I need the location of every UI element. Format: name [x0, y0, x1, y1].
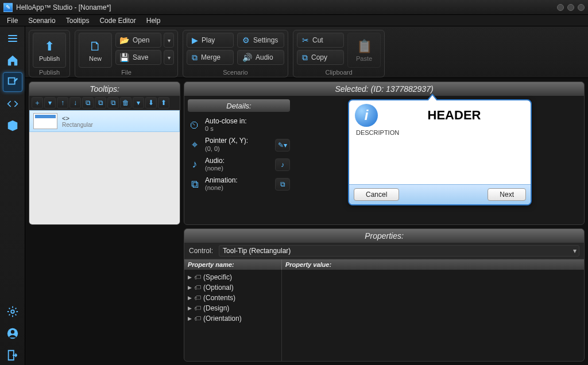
cut-icon: ✂ [302, 36, 309, 45]
settings-icon: ⚙ [242, 36, 250, 45]
control-label: Control: [189, 247, 213, 255]
svg-point-2 [10, 330, 14, 333]
merge-button[interactable]: ⧉Merge [187, 50, 234, 65]
publish-label: Publish [39, 55, 60, 62]
expand-icon: ▶ [188, 274, 192, 280]
prop-node-contents[interactable]: ▶🏷(Contents) [184, 293, 281, 303]
group-label-scenario: Scenario [187, 68, 284, 76]
cut-button[interactable]: ✂Cut [297, 33, 344, 48]
export-button[interactable]: ⬆ [158, 97, 169, 108]
import-button[interactable]: ⬇ [145, 97, 157, 108]
pointer-edit-button[interactable]: ✎▾ [275, 139, 290, 152]
menu-file[interactable]: File [2, 15, 22, 26]
dup-button[interactable]: ⧉ [82, 97, 94, 108]
tooltip-item[interactable]: <> Rectangular [29, 110, 180, 132]
note-icon: ♪ [188, 158, 202, 172]
details-box: Details: ⏲ Auto-close in:0 s ⌖ Pointer (… [184, 96, 293, 221]
sidebar-home-icon[interactable] [3, 51, 22, 70]
delete-button[interactable]: 🗑 [120, 97, 131, 108]
pointer-icon: ⌖ [188, 138, 202, 152]
selected-header: Selected: (ID: 1377882937) [184, 82, 584, 96]
ribbon-group-clipboard: ✂Cut ⧉Copy 📋 Paste Clipboard [293, 30, 385, 77]
clock-icon: ⏲ [188, 118, 202, 132]
dup-alt-button[interactable]: ⧉ [95, 97, 106, 108]
group-label-clipboard: Clipboard [297, 68, 381, 76]
audio-button[interactable]: 🔊Audio [237, 50, 284, 65]
sidebar-user-icon[interactable] [3, 324, 22, 343]
minimize-button[interactable] [557, 4, 564, 11]
menu-scenario[interactable]: Scenario [24, 15, 60, 26]
tag-icon: 🏷 [194, 304, 201, 312]
dup-alt2-button[interactable]: ⧉ [107, 97, 119, 108]
merge-icon: ⧉ [192, 53, 198, 63]
open-dropdown[interactable]: ▾ [164, 33, 174, 48]
detail-auto-close: ⏲ Auto-close in:0 s [184, 115, 293, 135]
tooltip-next-button[interactable]: Next [488, 188, 526, 201]
tooltip-thumb [33, 113, 57, 129]
audio-icon: 🔊 [242, 53, 252, 62]
prop-node-orientation[interactable]: ▶🏷(Orientation) [184, 313, 281, 324]
paste-button[interactable]: 📋 Paste [347, 33, 381, 68]
col-property-name: Property name: [184, 259, 282, 270]
tooltip-header-text: HEADER [384, 108, 525, 123]
paste-icon: 📋 [357, 39, 372, 54]
sidebar-settings-icon[interactable] [3, 302, 22, 321]
tooltip-arrow [427, 94, 438, 100]
prop-node-design[interactable]: ▶🏷(Design) [184, 303, 281, 313]
menu-help[interactable]: Help [142, 15, 165, 26]
col-property-value: Property value: [282, 259, 584, 270]
paste-label: Paste [356, 55, 372, 62]
properties-columns-header: Property name: Property value: [184, 259, 584, 270]
prop-node-specific[interactable]: ▶🏷(Specific) [184, 272, 281, 282]
move-down-button[interactable]: ↓ [69, 97, 81, 108]
menu-tooltips[interactable]: Tooltips [61, 15, 94, 26]
save-dropdown[interactable]: ▾ [164, 50, 174, 65]
tag-icon: 🏷 [194, 273, 201, 281]
maximize-button[interactable] [567, 4, 574, 11]
app-icon: ✎ [3, 3, 13, 12]
tag-icon: 🏷 [194, 284, 201, 292]
ribbon-group-publish: ⬆ Publish Publish [29, 30, 70, 77]
save-icon: 💾 [119, 53, 129, 62]
publish-icon: ⬆ [44, 39, 55, 54]
copy-button[interactable]: ⧉Copy [297, 50, 344, 65]
close-button[interactable] [578, 4, 585, 11]
save-button[interactable]: 💾Save [115, 50, 161, 65]
move-up-button[interactable]: ↑ [57, 97, 68, 108]
play-button[interactable]: ▶Play [187, 33, 234, 48]
properties-tree[interactable]: ▶🏷(Specific) ▶🏷(Optional) ▶🏷(Contents) ▶… [184, 270, 584, 361]
sidebar-hamburger-icon[interactable] [3, 29, 22, 48]
sidebar-package-icon[interactable] [3, 116, 22, 135]
delete-dropdown[interactable]: ▾ [133, 97, 144, 108]
new-button[interactable]: 🗋 New [79, 33, 112, 68]
folder-open-icon: 📂 [119, 36, 129, 45]
tooltip-cancel-button[interactable]: Cancel [354, 188, 399, 201]
sidebar-exit-icon[interactable] [3, 345, 22, 365]
open-button[interactable]: 📂Open [115, 33, 161, 48]
detail-pointer: ⌖ Pointer (X, Y):(0, 0) ✎▾ [184, 135, 293, 154]
tooltips-list[interactable]: <> Rectangular [29, 110, 180, 224]
tooltip-description-text: DESCRIPTION [349, 127, 531, 184]
copy-icon: ⧉ [302, 53, 308, 63]
sidebar-edit-icon[interactable] [3, 72, 22, 92]
info-icon: i [355, 104, 378, 127]
publish-button[interactable]: ⬆ Publish [33, 33, 66, 68]
details-header: Details: [188, 99, 290, 112]
animation-edit-button[interactable]: ⧉ [275, 178, 290, 191]
add-tooltip-button[interactable]: ＋ [32, 97, 43, 108]
audio-edit-button[interactable]: ♪ [275, 158, 290, 171]
settings-button[interactable]: ⚙Settings [237, 33, 284, 48]
tooltip-code: <> [62, 115, 93, 122]
menu-code-editor[interactable]: Code Editor [95, 15, 140, 26]
group-label-publish: Publish [33, 68, 66, 76]
add-tooltip-dropdown[interactable]: ▾ [44, 97, 56, 108]
control-select[interactable]: Tool-Tip (Rectangular) ▾ [219, 245, 579, 257]
tooltips-toolbar: ＋ ▾ ↑ ↓ ⧉ ⧉ ⧉ 🗑 ▾ ⬇ ⬆ [29, 96, 180, 110]
prop-node-optional[interactable]: ▶🏷(Optional) [184, 282, 281, 293]
properties-panel: Properties: Control: Tool-Tip (Rectangul… [184, 228, 585, 362]
preview-area: i HEADER DESCRIPTION Cancel Next [299, 96, 581, 221]
menubar: File Scenario Tooltips Code Editor Help [0, 15, 588, 26]
properties-values-area [282, 270, 584, 361]
sidebar-code-icon[interactable] [3, 94, 22, 114]
ribbon: ⬆ Publish Publish 🗋 New 📂Open [25, 26, 588, 78]
